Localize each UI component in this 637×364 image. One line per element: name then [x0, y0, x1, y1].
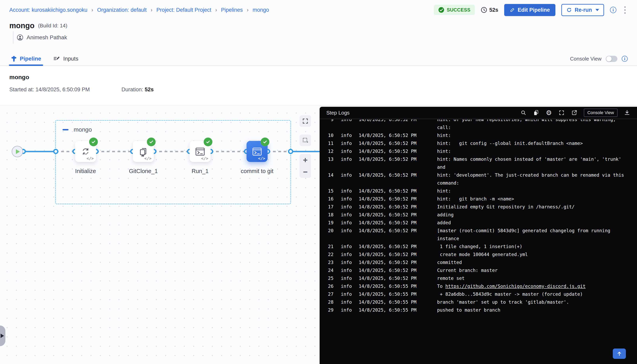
log-line-continuation: and: [320, 163, 637, 171]
log-level: info: [341, 242, 352, 250]
success-check-icon: [261, 138, 269, 146]
log-timestamp: 14/8/2025, 6:50:55 PM: [359, 298, 416, 306]
log-link[interactable]: https://github.com/Sonichigo/economy-dis…: [446, 284, 586, 289]
log-message: committed: [437, 258, 462, 266]
refresh-icon: [566, 7, 572, 13]
log-timestamp: 14/8/2025, 6:50:55 PM: [359, 290, 416, 298]
download-icon[interactable]: [624, 110, 630, 116]
log-level: info: [341, 195, 352, 203]
log-timestamp: 14/8/2025, 6:50:52 PM: [359, 219, 416, 227]
success-check-icon: [89, 138, 98, 146]
tab-inputs[interactable]: Inputs: [54, 52, 78, 66]
open-in-new-icon[interactable]: [571, 110, 578, 116]
log-message: hint: git config --global init.defaultBr…: [437, 139, 583, 147]
status-text: SUCCESS: [447, 7, 470, 13]
breadcrumb-item[interactable]: Account: kurosakiichigo.songoku: [9, 7, 87, 13]
code-icon: </>: [258, 156, 265, 161]
log-message: added: [437, 219, 451, 227]
settings-gear-icon[interactable]: ⚙: [546, 110, 552, 116]
connector-solid: [290, 151, 320, 152]
log-pane: Step Logs ⚙ Console View: [320, 105, 637, 364]
log-line: 23info14/8/2025, 6:50:52 PMcommitted: [320, 258, 637, 266]
log-timestamp: 14/8/2025, 6:50:52 PM: [359, 147, 416, 155]
stage-node-commit-to-git[interactable]: </>: [246, 141, 268, 162]
log-line: 18info14/8/2025, 6:50:52 PMadding: [320, 211, 637, 219]
tab-pipeline[interactable]: Pipeline: [11, 52, 41, 66]
console-view-toggle[interactable]: [606, 56, 617, 62]
console-view-button[interactable]: Console View: [584, 108, 618, 117]
pipeline-graph-canvas[interactable]: mongo: [0, 105, 320, 364]
log-line: 14info14/8/2025, 6:50:52 PMhint: 'develo…: [320, 171, 637, 179]
rerun-button[interactable]: Re-run: [561, 4, 604, 16]
log-line-number: 25: [320, 274, 334, 282]
stage-node-run[interactable]: </>: [190, 141, 210, 162]
log-line: 19info14/8/2025, 6:50:52 PMadded: [320, 219, 637, 227]
log-timestamp: 14/8/2025, 6:50:55 PM: [359, 306, 416, 314]
log-message: remote set: [437, 274, 464, 282]
breadcrumb-item[interactable]: mongo: [252, 7, 269, 13]
copy-icon[interactable]: [533, 110, 539, 116]
code-icon: </>: [144, 156, 152, 161]
log-level: info: [341, 219, 352, 227]
log-timestamp: 14/8/2025, 6:50:52 PM: [359, 171, 416, 179]
log-line-number: 11: [320, 139, 334, 147]
user-avatar-icon: [17, 34, 24, 41]
log-timestamp: 14/8/2025, 6:50:52 PM: [359, 195, 416, 203]
console-view-info-icon[interactable]: i: [622, 56, 628, 62]
log-line-number: 17: [320, 203, 334, 211]
pipeline-start-node[interactable]: [12, 146, 23, 157]
breadcrumb-item[interactable]: Project: Default Project: [156, 7, 211, 13]
log-level: info: [341, 227, 352, 234]
connector-dashed: [210, 151, 246, 152]
panel-expander-handle[interactable]: [0, 326, 5, 346]
page-title: mongo: [9, 22, 34, 30]
log-message: + 82a6dbb...5843d9c master -> master (fo…: [437, 290, 583, 298]
log-message: call:: [437, 124, 451, 132]
search-icon[interactable]: [520, 110, 527, 116]
zoom-out-button[interactable]: −: [303, 168, 308, 176]
log-level: info: [341, 211, 352, 219]
log-line: 25info14/8/2025, 6:50:52 PMremote set: [320, 274, 637, 282]
author-row: Animesh Pathak: [13, 31, 637, 44]
connector-solid: [23, 151, 56, 152]
run-name: mongo: [9, 74, 628, 80]
info-icon[interactable]: i: [610, 7, 616, 13]
log-message: create mode 100644 generated.yml: [437, 250, 528, 258]
log-line: 26info14/8/2025, 6:50:55 PMTo https://gi…: [320, 282, 637, 290]
log-line: 12info14/8/2025, 6:50:52 PMhint:: [320, 147, 637, 155]
log-line-number: 13: [320, 155, 334, 163]
log-line-number: 12: [320, 147, 334, 155]
more-menu-icon[interactable]: [622, 5, 628, 15]
log-timestamp: 14/8/2025, 6:50:52 PM: [359, 274, 416, 282]
log-body[interactable]: 9info14/8/2025, 6:50:52 PMhint: of your …: [320, 120, 637, 364]
log-level: info: [341, 132, 352, 139]
log-message: adding: [437, 211, 454, 219]
page-header: Account: kurosakiichigo.songoku›Organiza…: [0, 0, 637, 105]
fit-to-screen-button[interactable]: [300, 115, 311, 127]
log-level: info: [341, 266, 352, 274]
log-message: hint:: [437, 187, 451, 195]
marquee-select-button[interactable]: [300, 134, 311, 146]
stage-group-label: mongo: [74, 126, 92, 133]
scroll-to-top-button[interactable]: [613, 348, 626, 359]
stage-node-gitclone[interactable]: </>: [133, 141, 154, 162]
log-panel-title: Step Logs: [326, 110, 350, 116]
breadcrumb-item[interactable]: Organization: default: [97, 7, 147, 13]
log-message: branch 'master' set up to track 'gitlab/…: [437, 298, 569, 306]
breadcrumb-item[interactable]: Pipelines: [221, 7, 243, 13]
stage-node-initialize[interactable]: </>: [75, 141, 96, 162]
connector-dashed: [96, 151, 133, 152]
title-row: mongo (Build Id: 14): [0, 20, 637, 31]
log-message: Current branch: master: [437, 266, 498, 274]
zoom-in-button[interactable]: +: [303, 156, 308, 164]
log-line-number: 14: [320, 171, 334, 179]
connector-dashed: [268, 151, 290, 152]
breadcrumb-separator: ›: [247, 7, 248, 13]
log-level: info: [341, 187, 352, 195]
console-view-control: Console View i: [570, 52, 628, 66]
clock-icon: [481, 7, 487, 13]
top-bar: Account: kurosakiichigo.songoku›Organiza…: [0, 0, 637, 20]
edit-pipeline-button[interactable]: Edit Pipeline: [504, 4, 556, 16]
fullscreen-icon[interactable]: [558, 110, 565, 116]
collapse-group-icon[interactable]: [62, 129, 68, 130]
